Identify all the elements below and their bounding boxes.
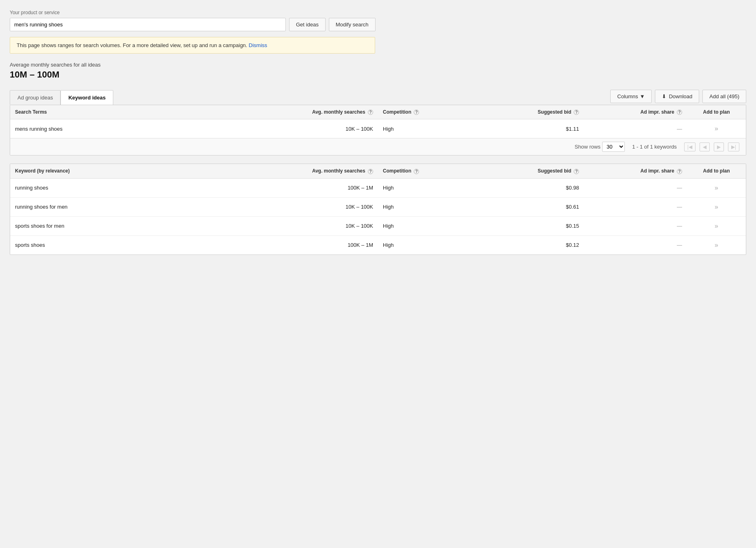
cell-keyword: sports shoes for men xyxy=(10,216,268,235)
tabs-toolbar: Ad group ideas Keyword ideas Columns ▼ ⬇… xyxy=(10,90,746,105)
cell-ki-avg-monthly: 100K – 1M xyxy=(268,178,378,197)
stats-section: Average monthly searches for all ideas 1… xyxy=(10,62,746,80)
tab-ad-group-ideas[interactable]: Ad group ideas xyxy=(10,90,60,105)
cell-add-to-plan[interactable]: » xyxy=(687,119,746,138)
col-header-avg-monthly: Avg. monthly searches ? xyxy=(268,105,378,119)
cell-ki-ad-impr-share: — xyxy=(584,235,687,255)
page-info: 1 - 1 of 1 keywords xyxy=(632,144,677,150)
banner-text: This page shows ranges for search volume… xyxy=(17,42,247,48)
download-button[interactable]: ⬇ Download xyxy=(655,90,699,103)
search-row: Get ideas Modify search xyxy=(10,18,746,31)
cell-ki-add-to-plan[interactable]: » xyxy=(687,178,746,197)
col-header-search-terms: Search Terms xyxy=(10,105,268,119)
col-header-ki-competition: Competition ? xyxy=(378,164,481,178)
chevron-down-icon: ▼ xyxy=(640,93,645,99)
search-terms-table: Search Terms Avg. monthly searches ? Com… xyxy=(10,105,746,138)
cell-ki-ad-impr-share: — xyxy=(584,197,687,216)
col-header-suggested-bid: Suggested bid ? xyxy=(481,105,584,119)
competition-help-icon[interactable]: ? xyxy=(414,110,419,115)
rows-select: Show rows 30 50 100 xyxy=(575,142,625,152)
nav-next-button[interactable]: ▶ xyxy=(714,142,724,151)
info-banner: This page shows ranges for search volume… xyxy=(10,37,375,54)
cell-avg-monthly: 10K – 100K xyxy=(268,119,378,138)
cell-ki-add-to-plan[interactable]: » xyxy=(687,197,746,216)
search-area: Your product or service Get ideas Modify… xyxy=(10,10,746,31)
rows-per-page-select[interactable]: 30 50 100 xyxy=(602,142,625,152)
cell-ki-competition: High xyxy=(378,178,481,197)
cell-ki-add-to-plan[interactable]: » xyxy=(687,235,746,255)
cell-ki-add-to-plan[interactable]: » xyxy=(687,216,746,235)
cell-ki-competition: High xyxy=(378,216,481,235)
cell-keyword: running shoes xyxy=(10,178,268,197)
cell-keyword: sports shoes xyxy=(10,235,268,255)
toolbar-actions: Columns ▼ ⬇ Download Add all (495) xyxy=(610,90,746,103)
page-container: Your product or service Get ideas Modify… xyxy=(10,10,746,255)
cell-ki-avg-monthly: 10K – 100K xyxy=(268,197,378,216)
cell-ki-competition: High xyxy=(378,197,481,216)
col-header-ki-suggested-bid: Suggested bid ? xyxy=(481,164,584,178)
stats-label: Average monthly searches for all ideas xyxy=(10,62,746,68)
search-terms-header-row: Search Terms Avg. monthly searches ? Com… xyxy=(10,105,746,119)
ad-impr-share-help-icon[interactable]: ? xyxy=(677,110,682,115)
cell-ki-suggested-bid: $0.15 xyxy=(481,216,584,235)
cell-ki-avg-monthly: 100K – 1M xyxy=(268,235,378,255)
search-terms-section: Search Terms Avg. monthly searches ? Com… xyxy=(10,105,746,155)
tab-keyword-ideas[interactable]: Keyword ideas xyxy=(60,90,113,105)
col-header-ki-ad-impr-share: Ad impr. share ? xyxy=(584,164,687,178)
cell-keyword: running shoes for men xyxy=(10,197,268,216)
cell-ki-ad-impr-share: — xyxy=(584,178,687,197)
col-header-ad-impr-share: Ad impr. share ? xyxy=(584,105,687,119)
nav-last-button[interactable]: ▶| xyxy=(728,142,739,151)
list-item: running shoes 100K – 1M High $0.98 — » xyxy=(10,178,746,197)
cell-suggested-bid: $1.11 xyxy=(481,119,584,138)
table-row: mens running shoes 10K – 100K High $1.11… xyxy=(10,119,746,138)
keyword-ideas-header-row: Keyword (by relevance) Avg. monthly sear… xyxy=(10,164,746,178)
ki-ad-impr-share-help-icon[interactable]: ? xyxy=(677,169,682,174)
search-input[interactable] xyxy=(10,18,286,31)
product-label: Your product or service xyxy=(10,10,746,15)
cell-ki-avg-monthly: 10K – 100K xyxy=(268,216,378,235)
ki-competition-help-icon[interactable]: ? xyxy=(414,169,419,174)
download-icon: ⬇ xyxy=(662,93,666,99)
cell-ki-ad-impr-share: — xyxy=(584,216,687,235)
cell-search-term: mens running shoes xyxy=(10,119,268,138)
suggested-bid-help-icon[interactable]: ? xyxy=(574,110,579,115)
dismiss-link[interactable]: Dismiss xyxy=(249,42,268,48)
nav-first-button[interactable]: |◀ xyxy=(684,142,696,151)
nav-prev-button[interactable]: ◀ xyxy=(700,142,710,151)
stats-value: 10M – 100M xyxy=(10,69,746,80)
cell-ad-impr-share: — xyxy=(584,119,687,138)
list-item: running shoes for men 10K – 100K High $0… xyxy=(10,197,746,216)
search-terms-pagination: Show rows 30 50 100 1 - 1 of 1 keywords … xyxy=(10,138,746,155)
col-header-add-to-plan: Add to plan xyxy=(687,105,746,119)
list-item: sports shoes 100K – 1M High $0.12 — » xyxy=(10,235,746,255)
list-item: sports shoes for men 10K – 100K High $0.… xyxy=(10,216,746,235)
ki-suggested-bid-help-icon[interactable]: ? xyxy=(574,169,579,174)
add-all-button[interactable]: Add all (495) xyxy=(702,90,746,103)
cell-competition: High xyxy=(378,119,481,138)
col-header-keyword: Keyword (by relevance) xyxy=(10,164,268,178)
cell-ki-suggested-bid: $0.98 xyxy=(481,178,584,197)
keyword-ideas-section: Keyword (by relevance) Avg. monthly sear… xyxy=(10,164,746,255)
columns-button[interactable]: Columns ▼ xyxy=(610,90,652,103)
get-ideas-button[interactable]: Get ideas xyxy=(289,18,326,31)
tabs: Ad group ideas Keyword ideas xyxy=(10,90,113,105)
cell-ki-suggested-bid: $0.61 xyxy=(481,197,584,216)
ki-avg-monthly-help-icon[interactable]: ? xyxy=(368,169,373,174)
col-header-ki-avg-monthly: Avg. monthly searches ? xyxy=(268,164,378,178)
col-header-competition: Competition ? xyxy=(378,105,481,119)
col-header-ki-add-to-plan: Add to plan xyxy=(687,164,746,178)
avg-monthly-help-icon[interactable]: ? xyxy=(368,110,373,115)
modify-search-button[interactable]: Modify search xyxy=(329,18,376,31)
cell-ki-competition: High xyxy=(378,235,481,255)
cell-ki-suggested-bid: $0.12 xyxy=(481,235,584,255)
keyword-ideas-table: Keyword (by relevance) Avg. monthly sear… xyxy=(10,164,746,254)
